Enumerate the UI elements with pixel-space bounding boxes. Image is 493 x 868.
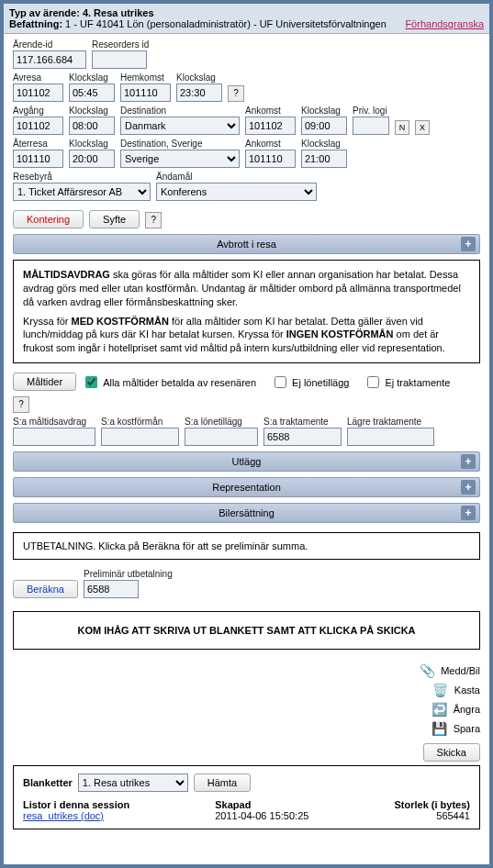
medd-action[interactable]: 📎Medd/Bil [419,662,480,679]
klock4-label: Klockslag [301,106,347,116]
klock6-label: Klockslag [301,139,347,149]
destsverige-label: Destination, Sverige [120,139,240,149]
hamta-button[interactable]: Hämta [194,773,251,792]
avresa-input[interactable] [13,83,63,102]
sum-trakt-input[interactable] [263,428,342,446]
destsverige-select[interactable]: Sverige [120,150,240,168]
trash-icon: 🗑️ [432,682,449,698]
file-link[interactable]: resa_utrikes (doc) [23,810,104,821]
klock3-input[interactable] [69,117,115,135]
syfte-button[interactable]: Syfte [89,210,140,228]
sum-trakt-label: S:a traktamente [263,417,342,427]
listor-label: Listor i denna session [23,799,129,810]
sum-lagre-label: Lägre traktamente [347,417,434,427]
sum-lon-label: S:a lönetillägg [185,417,258,427]
reseorder-id-label: Reseorders id [92,39,149,50]
x-button[interactable]: X [415,120,430,135]
arende-id-label: Ärende-id [13,39,86,50]
save-icon: 💾 [431,720,448,737]
ejtrakt-label: Ej traktamente [385,377,450,388]
help-icon[interactable]: ? [13,396,29,413]
storlek-value: 565441 [436,810,470,821]
type-value: 4. Resa utrikes [83,7,154,18]
plus-icon[interactable]: + [461,480,476,495]
spara-action[interactable]: 💾Spara [431,720,480,737]
avgang-input[interactable] [13,117,63,135]
angra-action[interactable]: ↩️Ångra [431,701,480,718]
role-label: Befattning: [9,18,62,29]
sum-maltid-input[interactable] [13,428,95,446]
klock1-label: Klockslag [69,72,115,83]
andamal-select[interactable]: Konferens [156,183,317,201]
avbrott-band[interactable]: Avbrott i resa + [13,234,480,254]
klock3-label: Klockslag [69,106,115,116]
skicka-button[interactable]: Skicka [423,743,480,762]
meal-info-box: MÅLTIDSAVDRAG ska göras för alla måltide… [13,260,480,363]
prel-input[interactable] [84,580,139,598]
bilers-band[interactable]: Bilersättning+ [13,503,480,523]
berakna-button[interactable]: Beräkna [13,580,78,598]
alla-label: Alla måltider betalda av resenären [103,377,256,388]
avresa-label: Avresa [13,72,63,83]
resebyra-label: Resebyrå [13,172,151,182]
n-button[interactable]: N [395,120,409,135]
kontering-button[interactable]: Kontering [13,210,84,228]
destination-select[interactable]: Danmark [120,117,240,135]
klock6-input[interactable] [301,150,347,168]
reseorder-id-input[interactable] [92,50,147,69]
klock1-input[interactable] [69,83,115,102]
skapad-value: 2011-04-06 15:50:25 [215,810,308,821]
klock2-input[interactable] [176,83,222,102]
sum-lon-input[interactable] [185,428,258,446]
sum-kost-label: S:a kostförmån [101,417,179,427]
info-bold1: MÅLTIDSAVDRAG [23,269,110,280]
representation-band[interactable]: Representation+ [13,477,480,497]
attachment-icon: 📎 [419,662,435,679]
destination-label: Destination [120,106,240,116]
resebyra-select[interactable]: 1. Ticket Affärsresor AB [13,183,151,201]
utbetalning-text: UTBETALNING. Klicka på Beräkna för att s… [23,540,308,551]
undo-icon: ↩️ [431,701,448,718]
header-bar: Typ av ärende: 4. Resa utrikes Befattnin… [4,4,489,34]
klock2-label: Klockslag [176,72,222,83]
maltider-button[interactable]: Måltider [13,373,76,391]
skapad-label: Skapad [215,799,251,810]
utlagg-band[interactable]: Utlägg+ [13,451,480,472]
storlek-label: Storlek (i bytes) [394,799,470,810]
ankomst-input[interactable] [245,117,296,135]
blanketter-select[interactable]: 1. Resa utrikes [78,773,188,792]
hemkomst-label: Hemkomst [120,72,171,83]
klock5-input[interactable] [69,150,115,168]
klock4-input[interactable] [301,117,347,135]
ankomst-label: Ankomst [245,106,296,116]
klock5-label: Klockslag [69,139,115,149]
plus-icon[interactable]: + [461,454,476,469]
ejlon-checkbox[interactable] [275,376,286,388]
help-icon[interactable]: ? [145,212,162,228]
arende-id-input[interactable] [13,50,86,69]
kasta-action[interactable]: 🗑️Kasta [432,682,480,698]
ankomst2-input[interactable] [245,150,296,168]
plus-icon[interactable]: + [461,237,476,251]
help-icon[interactable]: ? [228,85,244,102]
avgang-label: Avgång [13,106,63,116]
sum-kost-input[interactable] [101,428,179,446]
privlogi-label: Priv. logi [353,106,389,116]
plus-icon[interactable]: + [461,506,476,520]
ejtrakt-checkbox[interactable] [367,376,379,388]
sum-maltid-label: S:a måltidsavdrag [13,417,95,427]
aterresa-input[interactable] [13,150,63,168]
sum-lagre-input[interactable] [347,428,434,446]
avbrott-label: Avbrott i resa [217,239,276,250]
role-value: 1 - UF 41041 Lön (personaladministratör)… [65,18,387,29]
hemkomst-input[interactable] [120,83,171,102]
blanketter-label: Blanketter [23,777,73,788]
alla-checkbox[interactable] [85,376,97,388]
utbetalning-box: UTBETALNING. Klicka på Beräkna för att s… [13,532,480,560]
preview-link[interactable]: Förhandsgranska [405,18,484,29]
type-label: Typ av ärende: [9,7,80,18]
prel-label: Preliminär utbetalning [84,569,173,579]
reminder-box: KOM IHÅG ATT SKRIVA UT BLANKETT SAMT ATT… [13,611,480,650]
privlogi-input[interactable] [353,117,389,135]
footer-box: Blanketter 1. Resa utrikes Hämta Listor … [13,765,480,829]
